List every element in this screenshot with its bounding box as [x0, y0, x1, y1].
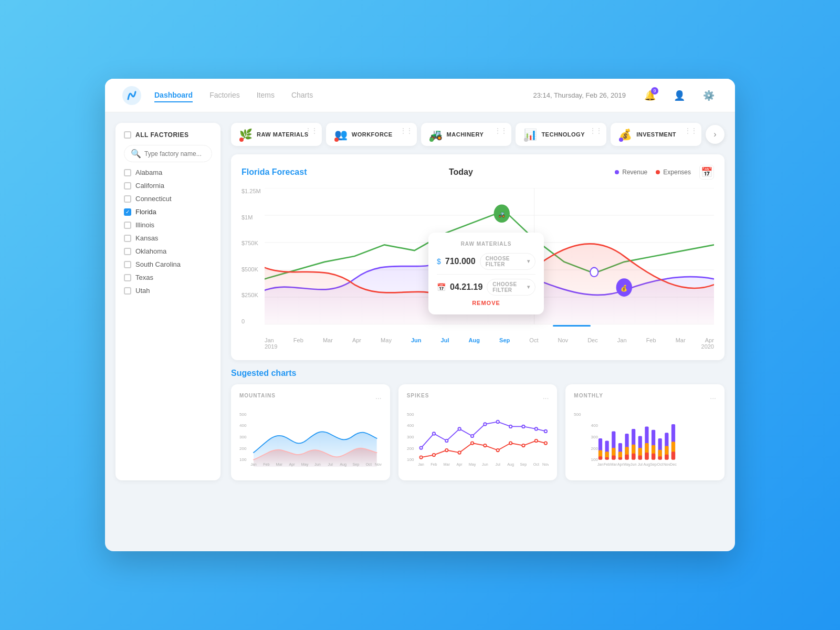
factory-item-illinois[interactable]: Illinois [124, 221, 212, 229]
tooltip-filter-btn-2[interactable]: CHOOSE FILTER ▾ [487, 279, 536, 296]
tooltip-dollar-icon: $ [437, 257, 441, 266]
tab-workforce[interactable]: 👥 WORKFORCE ⋮⋮ [326, 123, 417, 146]
mini-chart-mountains: MOUNTAINS ··· [231, 384, 390, 480]
factory-item-oklahoma[interactable]: Oklahoma [124, 247, 212, 255]
x-dec1: Dec [587, 337, 598, 343]
svg-text:Nov: Nov [664, 462, 670, 467]
tooltip-filter-btn-1[interactable]: CHOOSE FILTER ▾ [480, 253, 536, 270]
tooltip-remove-btn[interactable]: REMOVE [437, 300, 536, 306]
mountains-menu-icon[interactable]: ··· [375, 394, 382, 402]
x-sep: Sep [499, 337, 510, 343]
monthly-chart-svg: 500 400 300 200 100 [574, 407, 716, 470]
factory-name-south-carolina: South Carolina [135, 260, 181, 268]
mountains-title: MOUNTAINS [239, 393, 276, 398]
svg-point-47 [470, 442, 473, 444]
notification-badge: 9 [651, 87, 658, 94]
suggested-title: Sugested charts [231, 369, 724, 378]
investment-label: INVESTMENT [636, 131, 676, 138]
x-apr1: Apr [352, 337, 361, 343]
workforce-label: WORKFORCE [352, 131, 393, 138]
calendar-icon[interactable]: 📅 [699, 165, 714, 180]
category-next-arrow[interactable]: › [706, 125, 724, 144]
x-jul: Jul [441, 337, 449, 343]
settings-button[interactable]: ⚙️ [699, 86, 718, 105]
machinery-menu-icon[interactable]: ⋮⋮ [495, 127, 507, 134]
svg-point-42 [544, 430, 547, 433]
investment-menu-icon[interactable]: ⋮⋮ [685, 127, 697, 134]
svg-text:Sep: Sep [353, 462, 360, 467]
checkbox-florida[interactable]: ✓ [124, 208, 131, 216]
factory-item-florida[interactable]: ✓ Florida [124, 208, 212, 216]
checkbox-utah[interactable] [124, 287, 131, 295]
y-label-1m: $1M [242, 214, 265, 220]
checkbox-texas[interactable] [124, 274, 131, 281]
factory-item-kansas[interactable]: Kansas [124, 234, 212, 242]
spikes-menu-icon[interactable]: ··· [543, 394, 549, 402]
factory-name-illinois: Illinois [135, 221, 154, 229]
nav-charts[interactable]: Charts [291, 89, 313, 102]
checkbox-oklahoma[interactable] [124, 248, 131, 255]
raw-materials-menu-icon[interactable]: ⋮⋮ [305, 127, 318, 134]
header: Dashboard Factories Items Charts 23:14, … [105, 79, 735, 112]
checkbox-south-carolina[interactable] [124, 261, 131, 268]
factory-item-utah[interactable]: Utah [124, 287, 212, 295]
mini-chart-header-spikes: SPIKES ··· [407, 393, 549, 403]
tooltip-value-row: $ 710.000 CHOOSE FILTER ▾ [437, 253, 536, 270]
factory-item-south-carolina[interactable]: South Carolina [124, 260, 212, 268]
search-input[interactable] [144, 150, 205, 158]
factory-name-oklahoma: Oklahoma [135, 247, 166, 255]
factory-item-california[interactable]: California [124, 182, 212, 190]
nav-items[interactable]: Items [257, 89, 275, 102]
svg-text:Jan: Jan [250, 462, 257, 467]
y-label-0: 0 [242, 318, 265, 324]
tab-investment[interactable]: 💰 INVESTMENT ⋮⋮ [611, 123, 701, 146]
y-label-750k: $750K [242, 240, 265, 246]
factory-name-florida: Florida [135, 208, 156, 216]
chart-area: Florida Forecast Today Revenue Expenses … [231, 154, 724, 360]
notifications-button[interactable]: 🔔 9 [640, 86, 659, 105]
chart-title: Florida Forecast [242, 167, 307, 177]
spikes-chart-svg: 500 400 300 200 100 [407, 407, 549, 470]
monthly-menu-icon[interactable]: ··· [710, 394, 716, 402]
checkbox-kansas[interactable] [124, 235, 131, 242]
checkbox-connecticut[interactable] [124, 195, 131, 203]
svg-point-46 [458, 451, 460, 454]
factory-list: Alabama California Connecticut ✓ [124, 169, 212, 295]
svg-text:Jul: Jul [328, 462, 333, 467]
profile-button[interactable]: 👤 [670, 86, 689, 105]
factory-item-texas[interactable]: Texas [124, 274, 212, 281]
datetime: 23:14, Thursday, Feb 26, 2019 [533, 91, 626, 99]
all-factories-checkbox[interactable] [124, 131, 131, 139]
checkbox-california[interactable] [124, 182, 131, 190]
x-jan1: Jan [265, 337, 274, 343]
revenue-marker-2 [590, 268, 598, 277]
technology-menu-icon[interactable]: ⋮⋮ [590, 127, 602, 134]
workforce-menu-icon[interactable]: ⋮⋮ [400, 127, 413, 134]
svg-text:May: May [301, 462, 309, 467]
tooltip-date: 04.21.19 [450, 282, 482, 292]
tab-machinery[interactable]: 🚜 MACHINERY ⋮⋮ [421, 123, 512, 146]
factory-search-box[interactable]: 🔍 [124, 145, 212, 162]
nav-factories[interactable]: Factories [209, 89, 240, 102]
svg-point-43 [419, 456, 422, 458]
tooltip-title: RAW MATERIALS [437, 241, 536, 247]
svg-text:Jul: Jul [638, 462, 643, 467]
svg-rect-87 [632, 454, 635, 460]
tab-technology[interactable]: 📊 TECHNOLOGY ⋮⋮ [516, 123, 606, 146]
checkbox-illinois[interactable] [124, 222, 131, 229]
checkbox-alabama[interactable] [124, 169, 131, 176]
factory-item-alabama[interactable]: Alabama [124, 169, 212, 176]
search-icon: 🔍 [131, 149, 141, 159]
svg-text:300: 300 [239, 435, 247, 439]
x-aug: Aug [469, 337, 480, 343]
svg-point-34 [445, 439, 448, 442]
tab-raw-materials[interactable]: 🌿 RAW MATERIALS ⋮⋮ [231, 123, 322, 146]
svg-point-38 [496, 421, 499, 423]
factory-item-connecticut[interactable]: Connecticut [124, 195, 212, 203]
svg-point-32 [419, 446, 422, 449]
x-jun: Jun [411, 337, 422, 343]
nav-dashboard[interactable]: Dashboard [154, 89, 193, 102]
x-oct: Oct [529, 337, 538, 343]
svg-text:Feb: Feb [263, 462, 269, 467]
tooltip-calendar-icon: 📅 [437, 283, 446, 291]
